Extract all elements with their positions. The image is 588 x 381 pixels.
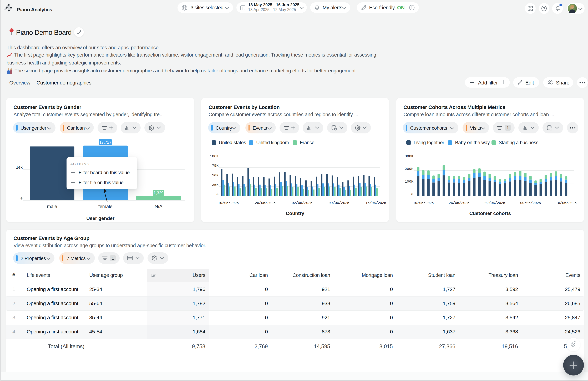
svg-text:female: female xyxy=(98,204,112,209)
svg-text:200K: 200K xyxy=(404,167,413,171)
svg-text:19/05/2025: 19/05/2025 xyxy=(218,201,239,205)
svg-text:0: 0 xyxy=(411,192,413,196)
svg-text:26/05/2025: 26/05/2025 xyxy=(449,201,469,205)
svg-text:75K: 75K xyxy=(212,164,218,168)
svg-text:17,727: 17,727 xyxy=(99,140,111,145)
svg-text:male: male xyxy=(47,204,57,209)
svg-text:09/06/2025: 09/06/2025 xyxy=(520,201,541,205)
svg-text:1,329: 1,329 xyxy=(154,191,164,195)
svg-text:300K: 300K xyxy=(404,154,413,158)
svg-text:25K: 25K xyxy=(212,183,218,187)
svg-text:0: 0 xyxy=(20,196,22,200)
svg-text:Country: Country xyxy=(286,211,304,216)
svg-text:02/06/2025: 02/06/2025 xyxy=(292,201,313,205)
svg-text:19/05/2025: 19/05/2025 xyxy=(413,201,434,205)
svg-text:50K: 50K xyxy=(212,173,218,177)
svg-text:02/06/2025: 02/06/2025 xyxy=(484,201,505,205)
svg-text:26/05/2025: 26/05/2025 xyxy=(255,201,275,205)
svg-text:100K: 100K xyxy=(210,154,219,158)
svg-text:100K: 100K xyxy=(404,180,413,184)
svg-text:N/A: N/A xyxy=(155,204,163,209)
svg-text:09/06/2025: 09/06/2025 xyxy=(329,201,349,205)
svg-text:10K: 10K xyxy=(16,166,22,170)
svg-text:16/06/2025: 16/06/2025 xyxy=(556,201,576,205)
svg-text:0: 0 xyxy=(216,192,218,196)
svg-text:User gender: User gender xyxy=(86,216,114,221)
svg-text:Customer cohorts: Customer cohorts xyxy=(469,211,511,216)
svg-text:16/06/2025: 16/06/2025 xyxy=(365,201,386,205)
